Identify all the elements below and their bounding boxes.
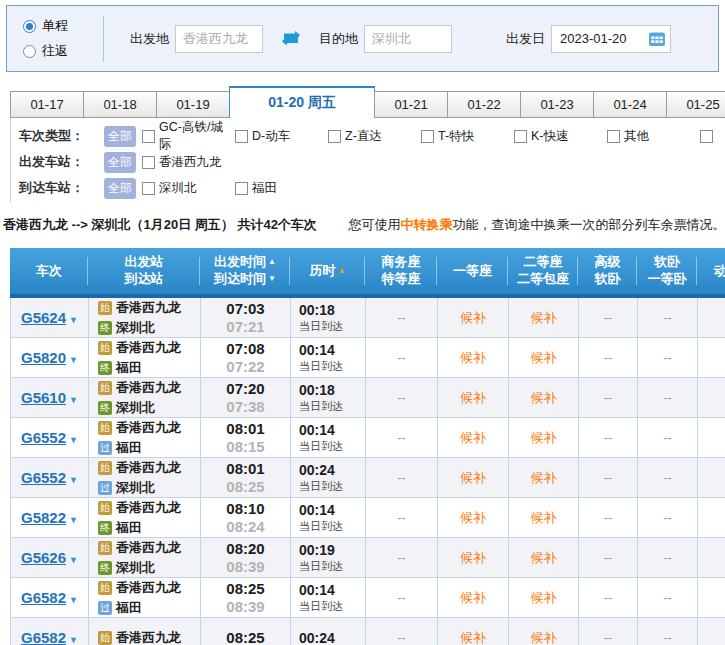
filter-option-K-快速[interactable]: K-快速 xyxy=(514,128,607,145)
radio-selected-icon xyxy=(23,20,36,33)
seat-cell xyxy=(698,298,725,337)
station-name-to: 深圳北 xyxy=(116,399,155,417)
waitlist-link[interactable]: 候补 xyxy=(531,549,557,567)
date-tab-01-22[interactable]: 01-22 xyxy=(447,91,521,118)
transfer-tip: 您可使用中转换乘功能，查询途中换乘一次的部分列车余票情况。 xyxy=(349,217,725,232)
waitlist-link[interactable]: 候补 xyxy=(531,469,557,487)
waitlist-link[interactable]: 候补 xyxy=(460,429,486,447)
sort-arrow-icon[interactable]: ▲ xyxy=(268,257,276,267)
expand-caret-icon[interactable]: ▼ xyxy=(69,355,78,365)
station-badge-from: 始 xyxy=(98,381,112,395)
waitlist-link[interactable]: 候补 xyxy=(460,549,486,567)
waitlist-link[interactable]: 候补 xyxy=(460,589,486,607)
col-header-duration[interactable]: 历时▲ xyxy=(290,248,365,294)
station-name-to: 深圳北 xyxy=(116,559,155,577)
expand-caret-icon[interactable]: ▼ xyxy=(69,595,78,605)
date-tab-01-20[interactable]: 01-20 周五 xyxy=(229,86,375,118)
from-station-input[interactable] xyxy=(175,25,263,53)
waitlist-link[interactable]: 候补 xyxy=(460,629,486,645)
train-number-link[interactable]: G5610 xyxy=(21,389,66,406)
filter-option-D-动车[interactable]: D-动车 xyxy=(235,128,328,145)
seat-cell: 候补 xyxy=(509,458,579,497)
no-seat-dash: -- xyxy=(663,390,672,405)
train-number-link[interactable]: G5820 xyxy=(21,349,66,366)
checkbox-icon xyxy=(142,156,155,169)
station-badge-to: 过 xyxy=(98,441,112,455)
waitlist-link[interactable]: 候补 xyxy=(460,469,486,487)
filter-option-clipped[interactable] xyxy=(700,130,724,143)
date-tab-01-21[interactable]: 01-21 xyxy=(374,91,448,118)
waitlist-link[interactable]: 候补 xyxy=(531,629,557,645)
station-badge-from: 始 xyxy=(98,541,112,555)
seat-cell: -- xyxy=(579,498,638,537)
filter-all-badge[interactable]: 全部 xyxy=(104,126,136,147)
waitlist-link[interactable]: 候补 xyxy=(531,389,557,407)
expand-caret-icon[interactable]: ▼ xyxy=(69,635,78,645)
trip-type-roundtrip[interactable]: 往返 xyxy=(23,42,85,60)
seat-cell: 候补 xyxy=(438,618,509,645)
filter-option-label: 深圳北 xyxy=(159,180,197,197)
date-tab-01-19[interactable]: 01-19 xyxy=(156,91,230,118)
waitlist-link[interactable]: 候补 xyxy=(531,349,557,367)
col-header-second-class: 二等座二等包座 xyxy=(508,248,578,294)
arrive-time: 07:21 xyxy=(226,318,264,335)
times-cell: 08:1008:24 xyxy=(201,498,291,537)
filter-option-Z-直达[interactable]: Z-直达 xyxy=(328,128,421,145)
times-cell: 08:25 xyxy=(201,618,291,645)
col-header-times[interactable]: 出发时间▲到达时间▼ xyxy=(200,248,290,294)
waitlist-link[interactable]: 候补 xyxy=(460,309,486,327)
train-number-link[interactable]: G5626 xyxy=(21,549,66,566)
expand-caret-icon[interactable]: ▼ xyxy=(69,475,78,485)
filter-option-GC-高铁/城际[interactable]: GC-高铁/城际 xyxy=(142,119,235,153)
train-number-link[interactable]: G5822 xyxy=(21,509,66,526)
calendar-icon[interactable] xyxy=(648,31,666,47)
waitlist-link[interactable]: 候补 xyxy=(460,509,486,527)
filter-all-badge[interactable]: 全部 xyxy=(104,178,136,199)
seat-cell: -- xyxy=(579,338,638,377)
waitlist-link[interactable]: 候补 xyxy=(531,429,557,447)
expand-caret-icon[interactable]: ▼ xyxy=(69,435,78,445)
expand-caret-icon[interactable]: ▼ xyxy=(69,555,78,565)
no-seat-dash: -- xyxy=(663,350,672,365)
date-tab-01-18[interactable]: 01-18 xyxy=(83,91,157,118)
expand-caret-icon[interactable]: ▼ xyxy=(69,395,78,405)
train-number-link[interactable]: G6552 xyxy=(21,429,66,446)
train-number-link[interactable]: G6552 xyxy=(21,469,66,486)
waitlist-link[interactable]: 候补 xyxy=(460,389,486,407)
sort-arrow-icon[interactable]: ▼ xyxy=(268,274,276,284)
col-header-text: 商务座 xyxy=(382,254,421,271)
to-station-input[interactable] xyxy=(364,25,452,53)
train-cell: G5820▼ xyxy=(11,338,89,377)
filter-all-badge[interactable]: 全部 xyxy=(104,152,136,173)
train-number-link[interactable]: G5624 xyxy=(21,309,66,326)
filter-option-T-特快[interactable]: T-特快 xyxy=(421,128,514,145)
waitlist-link[interactable]: 候补 xyxy=(531,309,557,327)
station-name-to: 福田 xyxy=(116,599,142,617)
date-tab-01-24[interactable]: 01-24 xyxy=(593,91,667,118)
swap-stations-button[interactable] xyxy=(278,28,304,49)
date-tab-01-17[interactable]: 01-17 xyxy=(10,91,84,118)
seat-cell xyxy=(698,338,725,377)
date-tab-01-25[interactable]: 01-25 xyxy=(666,91,725,118)
trip-type-oneway[interactable]: 单程 xyxy=(23,17,85,35)
expand-caret-icon[interactable]: ▼ xyxy=(69,315,78,325)
sort-arrow-icon[interactable]: ▲ xyxy=(338,266,346,276)
checkbox-icon xyxy=(235,182,248,195)
duration-cell: 00:24 xyxy=(291,618,366,645)
train-row-G5820: G5820▼始香港西九龙终福田07:0807:2200:14当日到达--候补候补… xyxy=(10,338,725,378)
waitlist-link[interactable]: 候补 xyxy=(531,509,557,527)
filter-option-香港西九龙[interactable]: 香港西九龙 xyxy=(142,154,235,171)
transfer-link[interactable]: 中转换乘 xyxy=(401,217,453,232)
train-number-link[interactable]: G6582 xyxy=(21,589,66,606)
filter-option-其他[interactable]: 其他 xyxy=(607,128,700,145)
waitlist-link[interactable]: 候补 xyxy=(531,589,557,607)
waitlist-link[interactable]: 候补 xyxy=(460,349,486,367)
filter-option-深圳北[interactable]: 深圳北 xyxy=(142,180,235,197)
seat-cell: 候补 xyxy=(438,578,509,617)
train-number-link[interactable]: G6582 xyxy=(21,629,66,645)
filter-label: 出发车站： xyxy=(19,153,104,171)
col-header-text: 历时 xyxy=(310,263,336,280)
date-tab-01-23[interactable]: 01-23 xyxy=(520,91,594,118)
filter-option-福田[interactable]: 福田 xyxy=(235,180,328,197)
expand-caret-icon[interactable]: ▼ xyxy=(69,515,78,525)
